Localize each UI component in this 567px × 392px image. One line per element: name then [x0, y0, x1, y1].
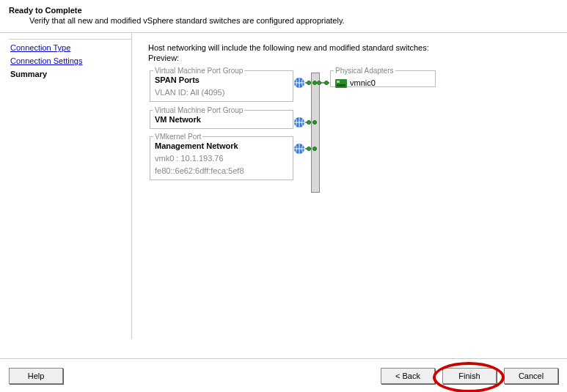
connector-dot: [312, 120, 317, 125]
physical-adapters: Physical Adapters vmnic0: [330, 67, 436, 87]
portgroup-legend: Virtual Machine Port Group: [153, 67, 244, 75]
portgroup-meta-ipv6: fe80::6e62:6dff:feca:5ef8: [155, 166, 288, 177]
vswitch-bar: [311, 73, 320, 193]
adapters-legend: Physical Adapters: [334, 67, 395, 75]
svg-rect-5: [337, 84, 345, 86]
portgroup-legend: VMkernel Port: [153, 133, 202, 141]
wizard-header: Ready to Complete Verify that all new an…: [0, 0, 567, 33]
content-intro: Host networking will include the followi…: [148, 43, 551, 52]
page-subtitle: Verify that all new and modified vSphere…: [9, 16, 558, 25]
wizard-footer: Help < Back Finish Cancel: [0, 358, 567, 392]
globe-icon: [293, 117, 305, 130]
help-button[interactable]: Help: [9, 368, 63, 384]
step-connection-settings[interactable]: Connection Settings: [10, 55, 131, 67]
page-title: Ready to Complete: [9, 6, 558, 15]
portgroup-title: VM Network: [155, 114, 288, 125]
portgroup-span-ports: Virtual Machine Port Group SPAN Ports VL…: [150, 67, 293, 102]
portgroup-meta-ip: vmk0 : 10.1.193.76: [155, 153, 288, 164]
portgroup-title: SPAN Ports: [155, 75, 288, 86]
wizard-steps: Connection Type Connection Settings Summ…: [0, 33, 132, 339]
back-button[interactable]: < Back: [381, 368, 435, 384]
globe-icon: [293, 77, 305, 90]
portgroup-title: Management Network: [155, 141, 288, 152]
finish-button[interactable]: Finish: [442, 368, 497, 384]
cancel-button[interactable]: Cancel: [504, 368, 558, 384]
globe-icon: [293, 143, 305, 156]
connector-dot: [307, 147, 311, 151]
portgroup-vlan: VLAN ID: All (4095): [155, 87, 288, 98]
wizard-window: Ready to Complete Verify that all new an…: [0, 0, 567, 392]
nic-icon: [335, 79, 347, 89]
step-connection-type[interactable]: Connection Type: [10, 42, 131, 53]
portgroup-vm-network: Virtual Machine Port Group VM Network: [150, 106, 293, 129]
svg-rect-3: [335, 79, 347, 88]
connector-dot: [307, 120, 311, 125]
portgroup-management-network: VMkernel Port Management Network vmk0 : …: [150, 133, 293, 180]
svg-rect-4: [337, 81, 340, 83]
wizard-content: Host networking will include the followi…: [132, 33, 567, 339]
connector-dot: [317, 81, 321, 85]
portgroup-legend: Virtual Machine Port Group: [153, 106, 244, 114]
preview-label: Preview:: [148, 53, 551, 62]
connector-dot: [312, 147, 317, 151]
adapter-name: vmnic0: [350, 78, 376, 87]
connector-dot: [307, 81, 311, 85]
wizard-body: Connection Type Connection Settings Summ…: [0, 33, 567, 339]
step-summary: Summary: [10, 68, 131, 80]
network-diagram: Virtual Machine Port Group SPAN Ports VL…: [148, 65, 522, 197]
connector-dot: [324, 81, 329, 85]
